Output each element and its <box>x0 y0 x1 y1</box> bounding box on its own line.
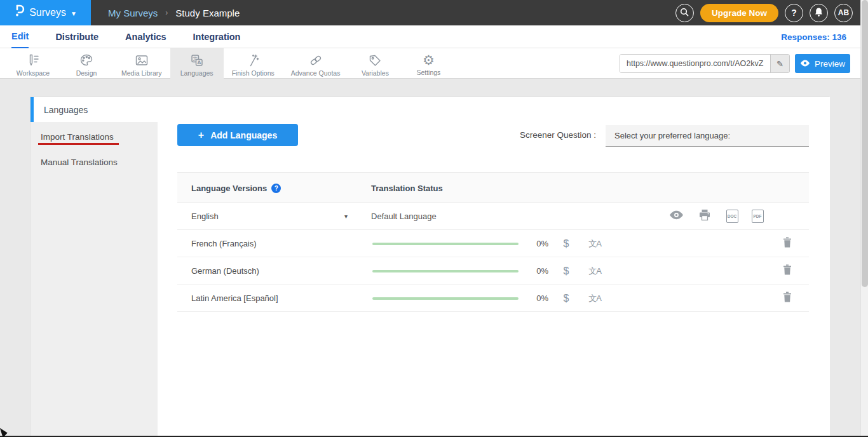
tab-edit[interactable]: Edit <box>11 25 29 48</box>
toolbar-item-label: Settings <box>416 69 440 76</box>
toolbar-item-design[interactable]: Design <box>60 48 113 79</box>
upgrade-now-button[interactable]: Upgrade Now <box>700 4 778 22</box>
toolbar-item-label: Workspace <box>17 69 50 77</box>
survey-url-group: ✎ <box>620 54 790 73</box>
eye-icon <box>800 59 810 69</box>
paid-translation-button[interactable]: $ <box>560 230 573 257</box>
languages-panel: Languages Import Translations Manual Tra… <box>30 97 829 437</box>
scrollbar-thumb[interactable] <box>862 0 868 287</box>
toolbar-item-label: Media Library <box>121 69 162 77</box>
screener-question-label: Screener Question : <box>475 130 596 140</box>
advance-quotas-chain-icon <box>308 53 323 68</box>
languages-icon: 文 A <box>189 53 205 68</box>
toolbar-item-label: Design <box>76 69 97 77</box>
help-circle-icon[interactable]: ? <box>271 184 281 193</box>
paid-translation-button[interactable]: $ <box>560 285 573 312</box>
breadcrumb: My Surveys › Study Example <box>108 0 240 25</box>
survey-toolbar: Workspace Design Media Library <box>0 48 868 79</box>
breadcrumb-current: Study Example <box>175 8 240 18</box>
plus-icon: + <box>198 130 204 141</box>
language-name: English <box>191 203 219 230</box>
export-pdf-button[interactable]: PDF <box>750 203 764 230</box>
view-survey-button[interactable] <box>668 203 684 230</box>
avatar-initials: AB <box>838 8 849 17</box>
table-row-french: French (Français) 0% $ 文A <box>177 230 809 257</box>
topbar-actions: Upgrade Now ? AB <box>675 0 853 25</box>
delete-language-button[interactable] <box>781 257 794 285</box>
notifications-button[interactable] <box>810 4 828 22</box>
media-library-icon <box>134 53 149 68</box>
responses-count[interactable]: Responses: 136 <box>781 25 846 48</box>
screener-question-select[interactable]: Select your preferred language: <box>606 125 809 147</box>
table-row-german: German (Deutsch) 0% $ 文A <box>177 257 809 285</box>
bell-icon <box>814 7 824 19</box>
svg-text:A: A <box>197 60 201 65</box>
sidebar-item-label: Manual Translations <box>41 158 118 167</box>
panel-sidebar: Import Translations Manual Translations <box>31 122 158 437</box>
brand-chevron-down-icon: ▼ <box>71 10 77 17</box>
language-dropdown-caret-icon[interactable]: ▾ <box>344 203 348 230</box>
trash-icon <box>783 264 792 278</box>
toolbar-item-media-library[interactable]: Media Library <box>113 48 170 79</box>
finish-options-wand-icon <box>245 53 261 68</box>
search-icon <box>679 7 689 19</box>
toolbar-item-label: Advance Quotas <box>291 69 341 77</box>
page-scrollbar[interactable] <box>860 0 868 437</box>
translation-progress-bar <box>372 297 519 300</box>
red-annotation-underline <box>38 143 119 145</box>
avatar[interactable]: AB <box>834 4 853 22</box>
variables-tag-icon <box>367 53 383 68</box>
print-button[interactable] <box>697 203 712 230</box>
paid-translation-button[interactable]: $ <box>560 257 573 285</box>
help-icon: ? <box>791 8 797 18</box>
languages-table: Language Versions ? Translation Status E… <box>177 172 809 312</box>
toolbar-item-variables[interactable]: Variables <box>348 48 402 79</box>
workspace-icon <box>25 53 41 68</box>
column-header-translation-status: Translation Status <box>371 173 443 203</box>
toolbar-item-finish-options[interactable]: Finish Options <box>224 48 283 79</box>
translation-progress-percent: 0% <box>528 285 548 312</box>
transliterate-icon[interactable]: 文A <box>587 257 603 285</box>
edit-url-button[interactable]: ✎ <box>770 55 789 72</box>
tab-distribute[interactable]: Distribute <box>55 25 98 48</box>
toolbar-item-advance-quotas[interactable]: Advance Quotas <box>283 48 349 79</box>
screener-question-value: Select your preferred language: <box>614 131 730 140</box>
column-header-label: Language Versions <box>191 184 267 193</box>
translation-progress-bar <box>372 270 519 272</box>
translation-progress-percent: 0% <box>528 257 548 285</box>
brand-logo-button[interactable]: Surveys ▼ <box>0 0 91 25</box>
content-area: Languages Import Translations Manual Tra… <box>0 79 868 437</box>
pdf-file-icon: PDF <box>752 210 764 223</box>
sidebar-item-languages[interactable]: Languages <box>31 97 158 122</box>
language-name: German (Deutsch) <box>191 257 259 285</box>
toolbar-items: Workspace Design Media Library <box>6 48 455 79</box>
tab-integration[interactable]: Integration <box>193 25 241 48</box>
preview-button[interactable]: Preview <box>795 54 850 73</box>
tab-analytics[interactable]: Analytics <box>125 25 166 48</box>
column-header-language-versions: Language Versions ? <box>191 173 281 203</box>
delete-language-button[interactable] <box>781 230 794 257</box>
printer-icon <box>698 209 711 224</box>
toolbar-item-settings[interactable]: ⚙ Settings <box>402 48 455 79</box>
transliterate-icon[interactable]: 文A <box>587 285 603 312</box>
language-name: Latin America [Español] <box>191 285 278 312</box>
delete-language-button[interactable] <box>781 285 794 312</box>
toolbar-item-label: Finish Options <box>232 69 275 77</box>
survey-url-input[interactable] <box>620 55 770 72</box>
transliterate-icon[interactable]: 文A <box>587 230 603 257</box>
sidebar-item-manual-translations[interactable]: Manual Translations <box>31 152 158 171</box>
default-language-label: Default Language <box>371 203 437 230</box>
breadcrumb-parent[interactable]: My Surveys <box>108 8 158 18</box>
add-languages-button[interactable]: + Add Languages <box>177 124 298 146</box>
trash-icon <box>783 292 792 305</box>
help-button[interactable]: ? <box>785 4 803 22</box>
export-doc-button[interactable]: DOC <box>725 203 739 230</box>
settings-gear-icon: ⚙ <box>423 53 435 67</box>
table-row-english: English ▾ Default Language DOC <box>177 203 809 230</box>
tabs-bar: Edit Distribute Analytics Integration Re… <box>0 25 868 48</box>
search-button[interactable] <box>675 4 694 22</box>
toolbar-item-languages[interactable]: 文 A Languages <box>170 48 224 79</box>
questionpro-logo-icon <box>14 4 25 22</box>
breadcrumb-separator-icon: › <box>165 8 168 17</box>
toolbar-item-workspace[interactable]: Workspace <box>6 48 60 79</box>
